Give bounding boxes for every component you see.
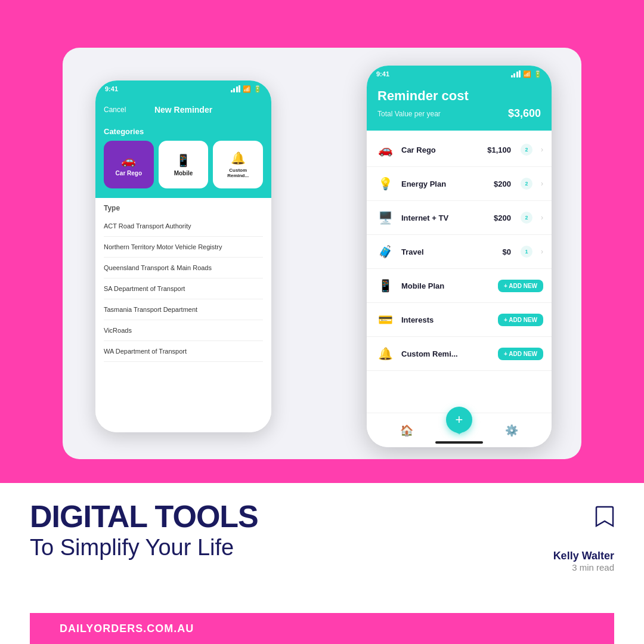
car-rego-icon: 🚗 <box>121 153 136 168</box>
travel-badge: 1 <box>521 246 532 258</box>
article-title-bold: DIGITAL TOOLS <box>30 501 258 532</box>
custom-reminder-icon: 🔔 <box>378 346 393 361</box>
list-item[interactable]: ACT Road Transport Authority <box>104 216 263 237</box>
chevron-icon: › <box>541 247 543 256</box>
read-time: 3 min read <box>553 562 614 572</box>
cat-custom-label: CustomRemind... <box>227 168 249 178</box>
top-section: 9:41 📶 🔋 Cancel New Reminder Categories <box>0 0 644 483</box>
right-status-bar: 9:41 📶 🔋 <box>367 66 552 82</box>
list-item[interactable]: Tasmania Transport Department <box>104 299 263 320</box>
energy-icon-wrap: 💡 <box>375 174 395 194</box>
travel-icon-wrap: 🧳 <box>375 242 395 262</box>
energy-amount: $200 <box>494 179 511 188</box>
mobile-plan-icon-wrap: 📱 <box>375 275 395 296</box>
type-section: Type ACT Road Transport Authority Northe… <box>95 198 271 432</box>
left-nav-bar: Cancel New Reminder <box>95 97 271 122</box>
car-rego-name: Car Rego <box>401 145 481 154</box>
article-text: DIGITAL TOOLS To Simplify Your Life <box>30 501 258 562</box>
mobile-icon: 📱 <box>176 153 191 168</box>
reminder-internet-tv[interactable]: 🖥️ Internet + TV $200 2 › <box>367 201 552 235</box>
reminders-list: 🚗 Car Rego $1,100 2 › 💡 Energy Plan $200 <box>367 131 552 413</box>
chevron-icon: › <box>541 179 543 188</box>
footer-text: DAILYORDERS.COM.AU <box>60 623 194 635</box>
cat-car-rego-label: Car Rego <box>116 170 142 177</box>
bookmark-icon[interactable] <box>595 506 614 532</box>
list-item[interactable]: WA Department of Transport <box>104 341 263 362</box>
article-title-light: To Simplify Your Life <box>30 534 258 562</box>
phone-left: 9:41 📶 🔋 Cancel New Reminder Categories <box>95 80 271 432</box>
mobile-plan-icon: 📱 <box>378 278 393 293</box>
categories-row: 🚗 Car Rego 📱 Mobile 🔔 CustomRemind... <box>104 141 263 188</box>
header-value-row: Total Value per year $3,600 <box>377 107 541 120</box>
travel-name: Travel <box>401 247 497 256</box>
left-status-icons: 📶 🔋 <box>231 85 262 93</box>
energy-icon: 💡 <box>378 177 393 191</box>
reminder-car-rego[interactable]: 🚗 Car Rego $1,100 2 › <box>367 133 552 167</box>
bottom-section: DIGITAL TOOLS To Simplify Your Life Kell… <box>0 483 644 644</box>
reminder-travel[interactable]: 🧳 Travel $0 1 › <box>367 235 552 269</box>
footer-bar: DAILYORDERS.COM.AU <box>30 613 614 644</box>
page-wrapper: 9:41 📶 🔋 Cancel New Reminder Categories <box>0 0 644 644</box>
home-nav-icon[interactable]: 🏠 <box>400 424 413 437</box>
mobile-plan-add-button[interactable]: + ADD NEW <box>498 280 543 292</box>
total-value: $3,600 <box>508 107 541 120</box>
right-header: Reminder cost Total Value per year $3,60… <box>367 82 552 131</box>
right-signal-icon <box>511 70 521 78</box>
category-custom[interactable]: 🔔 CustomRemind... <box>213 141 263 188</box>
categories-label: Categories <box>104 127 263 136</box>
signal-icon <box>231 85 241 92</box>
total-label: Total Value per year <box>377 110 441 118</box>
chevron-icon: › <box>541 145 543 154</box>
energy-name: Energy Plan <box>401 179 488 188</box>
car-rego-badge: 2 <box>521 144 532 156</box>
right-battery-icon: 🔋 <box>534 70 542 78</box>
internet-icon-wrap: 🖥️ <box>375 208 395 228</box>
list-item[interactable]: Northern Territory Motor Vehicle Registr… <box>104 237 263 258</box>
interests-name: Interests <box>401 315 492 324</box>
cancel-button[interactable]: Cancel <box>104 106 126 114</box>
type-label: Type <box>104 204 263 212</box>
reminder-mobile-plan[interactable]: 📱 Mobile Plan + ADD NEW <box>367 269 552 303</box>
travel-amount: $0 <box>503 247 511 256</box>
reminder-custom[interactable]: 🔔 Custom Remi... + ADD NEW <box>367 337 552 371</box>
reminder-energy[interactable]: 💡 Energy Plan $200 2 › <box>367 167 552 201</box>
left-status-bar: 9:41 📶 🔋 <box>95 80 271 97</box>
car-rego-icon-wrap: 🚗 <box>375 140 395 160</box>
battery-icon: 🔋 <box>253 85 262 93</box>
custom-reminder-add-button[interactable]: + ADD NEW <box>498 348 543 360</box>
interests-icon-wrap: 💳 <box>375 309 395 330</box>
custom-reminder-name: Custom Remi... <box>401 349 492 358</box>
category-car-rego[interactable]: 🚗 Car Rego <box>104 141 154 188</box>
right-wifi-icon: 📶 <box>523 70 531 78</box>
right-status-icons: 📶 🔋 <box>511 70 543 78</box>
author-name: Kelly Walter <box>553 550 614 562</box>
energy-badge: 2 <box>521 178 532 190</box>
internet-name: Internet + TV <box>401 213 488 222</box>
settings-nav-icon[interactable]: ⚙️ <box>505 424 518 437</box>
cat-mobile-label: Mobile <box>174 170 193 177</box>
list-item[interactable]: SA Department of Transport <box>104 278 263 299</box>
left-time: 9:41 <box>105 85 118 92</box>
wifi-icon: 📶 <box>243 85 251 93</box>
car-rego-icon: 🚗 <box>378 143 393 157</box>
custom-icon: 🔔 <box>231 151 246 165</box>
chevron-icon: › <box>541 213 543 222</box>
author-block: Kelly Walter 3 min read <box>553 550 614 572</box>
bottom-nav: 🏠 + $ ⚙️ <box>367 413 552 447</box>
interests-icon: 💳 <box>378 312 393 327</box>
list-item[interactable]: VicRoads <box>104 320 263 341</box>
category-mobile[interactable]: 📱 Mobile <box>159 141 209 188</box>
custom-reminder-icon-wrap: 🔔 <box>375 343 395 364</box>
travel-icon: 🧳 <box>378 244 393 259</box>
interests-add-button[interactable]: + ADD NEW <box>498 314 543 326</box>
right-time: 9:41 <box>376 70 389 78</box>
internet-icon: 🖥️ <box>378 210 393 225</box>
mobile-plan-name: Mobile Plan <box>401 281 492 290</box>
reminder-interests[interactable]: 💳 Interests + ADD NEW <box>367 303 552 337</box>
list-item[interactable]: Queensland Transport & Main Roads <box>104 258 263 278</box>
fab-button[interactable]: + <box>446 407 472 433</box>
categories-section: Categories 🚗 Car Rego 📱 Mobile 🔔 Cust <box>95 122 271 198</box>
car-rego-amount: $1,100 <box>487 145 511 154</box>
internet-badge: 2 <box>521 212 532 224</box>
home-indicator <box>435 441 483 444</box>
